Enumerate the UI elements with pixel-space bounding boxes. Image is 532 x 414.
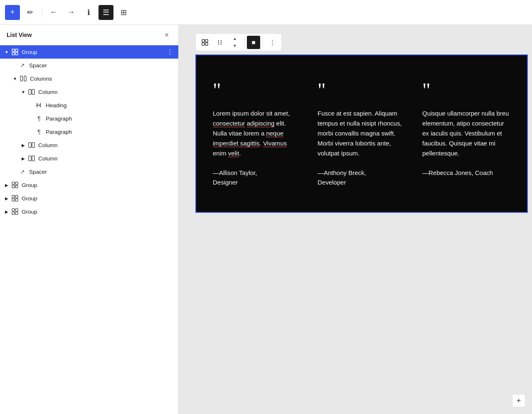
svg-rect-0	[12, 49, 15, 52]
block-move-down-button[interactable]: ▼	[228, 42, 241, 49]
svg-point-33	[221, 43, 222, 44]
testimonial-text-1: Lorem ipsum dolor sit amet, consectetur …	[213, 108, 301, 158]
tree-item-group-4[interactable]: ▶ Group	[0, 205, 178, 218]
block-move-up-button[interactable]: ▲	[228, 35, 241, 42]
tree-item-group-root[interactable]: ▼ Group ⋮	[0, 45, 178, 59]
svg-rect-18	[12, 199, 15, 201]
undo-button[interactable]: ←	[46, 5, 61, 20]
redo-button[interactable]: →	[64, 5, 79, 20]
heading-icon	[35, 101, 43, 109]
svg-rect-8	[29, 143, 31, 148]
quote-mark-2: "	[318, 80, 406, 100]
tree-item-label: Column	[38, 155, 175, 162]
chevron-right-icon: ▶	[3, 208, 10, 215]
canvas-area: ▲ ▼ ■ ⋮ " Lorem ipsum dolor sit amet, co…	[179, 25, 532, 414]
block-toolbar: ▲ ▼ ■ ⋮	[195, 33, 282, 51]
svg-rect-16	[12, 195, 15, 198]
testimonials-grid: " Lorem ipsum dolor sit amet, consectetu…	[213, 80, 510, 187]
list-view-sidebar: List View × ▼ Group ⋮ ↗ Spacer ▼ Columns	[0, 25, 179, 414]
tree-item-label: Column	[38, 142, 175, 148]
tree-item-columns[interactable]: ▼ Columns	[0, 72, 178, 85]
svg-rect-9	[32, 143, 34, 148]
svg-rect-6	[29, 89, 31, 94]
paragraph-icon: ¶	[35, 114, 43, 123]
sidebar-header: List View ×	[0, 25, 178, 45]
block-move-button[interactable]	[213, 36, 227, 49]
quote-mark-1: "	[213, 80, 301, 100]
svg-rect-23	[15, 212, 18, 214]
tree-item-column-1[interactable]: ▼ Column	[0, 85, 178, 99]
svg-rect-12	[12, 182, 15, 185]
chevron-right-icon: ▶	[20, 142, 27, 148]
column-icon	[27, 88, 36, 96]
tree-item-spacer-1[interactable]: ↗ Spacer	[0, 59, 178, 72]
svg-point-30	[218, 43, 219, 44]
tree-item-label: Spacer	[29, 62, 175, 69]
svg-rect-15	[15, 185, 18, 188]
svg-rect-13	[15, 182, 18, 185]
chevron-right-icon: ▶	[20, 155, 27, 162]
tree-item-paragraph-2[interactable]: ¶ Paragraph	[0, 125, 178, 138]
column-icon	[27, 141, 36, 149]
list-view-button[interactable]: ☰	[99, 5, 113, 20]
svg-rect-22	[12, 212, 15, 214]
svg-rect-19	[15, 199, 18, 201]
tree-item-group-3[interactable]: ▶ Group	[0, 192, 178, 205]
svg-point-32	[221, 42, 222, 42]
testimonial-author-2: —Anthony Breck,Developer	[318, 168, 406, 187]
columns-icon	[19, 74, 27, 83]
svg-rect-17	[15, 195, 18, 198]
info-button[interactable]: ℹ	[81, 5, 96, 20]
block-type-button[interactable]: ■	[247, 36, 260, 49]
tree-item-label: Group	[22, 209, 175, 215]
spacer-icon: ↗	[18, 61, 27, 69]
svg-rect-1	[15, 49, 18, 52]
testimonial-author-1: —Allison Taylor,Designer	[213, 168, 301, 187]
main-area: List View × ▼ Group ⋮ ↗ Spacer ▼ Columns	[0, 25, 532, 414]
testimonial-text-3: Quisque ullamcorper nulla breu elementum…	[422, 108, 510, 158]
tree-item-label: Group	[22, 182, 175, 188]
testimonial-item-1: " Lorem ipsum dolor sit amet, consectetu…	[213, 80, 301, 187]
tree-item-column-2[interactable]: ▶ Column	[0, 138, 178, 152]
tree-item-group-2[interactable]: ▶ Group	[0, 178, 178, 192]
svg-rect-2	[12, 52, 15, 55]
group-icon	[11, 181, 19, 189]
tree-item-label: Group	[22, 49, 165, 55]
block-toolbar-separator-2	[263, 37, 263, 47]
chevron-down-icon: ▼	[20, 89, 27, 95]
svg-rect-14	[12, 185, 15, 188]
tree-item-label: Column	[38, 89, 175, 95]
tree-item-label: Columns	[30, 76, 175, 82]
block-more-button[interactable]: ⋮	[266, 36, 279, 49]
tree-item-label: Heading	[46, 102, 175, 108]
template-button[interactable]: ⊞	[116, 5, 131, 20]
sidebar-close-button[interactable]: ×	[162, 30, 172, 40]
tree-item-paragraph-1[interactable]: ¶ Paragraph	[0, 112, 178, 125]
toolbar-divider-1	[42, 7, 42, 17]
block-group-button[interactable]	[198, 36, 212, 49]
svg-rect-10	[29, 156, 31, 161]
tree-item-label: Paragraph	[46, 116, 175, 122]
add-block-button[interactable]: +	[5, 5, 20, 20]
svg-rect-11	[32, 156, 34, 161]
testimonial-item-2: " Fusce at est sapien. Aliquam tempus et…	[318, 80, 406, 187]
testimonial-item-3: " Quisque ullamcorper nulla breu element…	[422, 80, 510, 187]
svg-rect-27	[205, 43, 208, 45]
chevron-right-icon: ▶	[3, 195, 10, 202]
group-icon	[11, 207, 19, 216]
tree-item-label: Spacer	[29, 169, 175, 175]
tree-item-heading[interactable]: Heading	[0, 99, 178, 112]
main-toolbar: + ✏ ← → ℹ ☰ ⊞	[0, 0, 532, 25]
tree-item-label: Paragraph	[46, 129, 175, 135]
tree-item-dots[interactable]: ⋮	[165, 48, 175, 56]
tree-item-column-3[interactable]: ▶ Column	[0, 152, 178, 165]
quote-mark-3: "	[422, 80, 510, 100]
add-block-bottom-button[interactable]: +	[512, 394, 525, 407]
edit-button[interactable]: ✏	[22, 5, 37, 20]
svg-rect-24	[202, 39, 204, 42]
tree-item-spacer-2[interactable]: ↗ Spacer	[0, 165, 178, 178]
svg-rect-4	[20, 76, 22, 81]
svg-rect-25	[205, 39, 208, 42]
testimonial-author-3: —Rebecca Jones, Coach	[422, 168, 510, 178]
svg-point-31	[221, 40, 222, 41]
